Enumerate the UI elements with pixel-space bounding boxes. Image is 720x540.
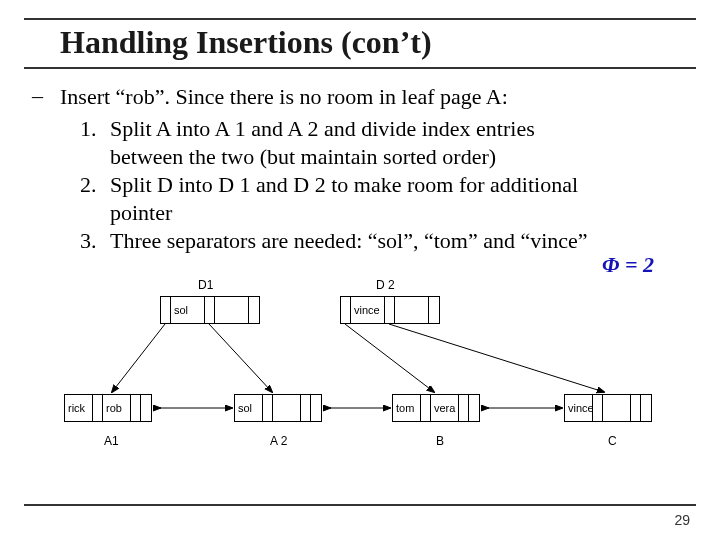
bullet-row: – Insert “rob”. Since there is no room i… [24,83,696,111]
list-text: between the two (but maintain sorted ord… [110,143,535,171]
slide-title: Handling Insertions (con’t) [24,18,696,69]
list-text: pointer [110,199,578,227]
bullet-lead: Insert “rob”. Since there is no room in … [60,83,508,111]
diagram-arrows [24,278,696,488]
list-num: 2. [80,171,102,227]
list-item: 3. Three separators are needed: “sol”, “… [80,227,696,255]
list-text: Three separators are needed: “sol”, “tom… [110,227,588,255]
list-text: Split D into D 1 and D 2 to make room fo… [110,171,578,199]
svg-line-1 [209,324,272,392]
bottom-rule [24,504,696,506]
list-num: 3. [80,227,102,255]
phi-label: Φ = 2 [602,252,654,278]
list-item: 2. Split D into D 1 and D 2 to make room… [80,171,696,227]
numbered-list: 1. Split A into A 1 and A 2 and divide i… [24,115,696,255]
list-num: 1. [80,115,102,171]
page-number: 29 [674,512,690,528]
list-text: Split A into A 1 and A 2 and divide inde… [110,115,535,143]
bullet-dash: – [32,83,50,111]
svg-line-0 [112,324,165,392]
btree-diagram: D1 sol D 2 vince rick rob A1 sol [24,278,696,488]
list-item: 1. Split A into A 1 and A 2 and divide i… [80,115,696,171]
